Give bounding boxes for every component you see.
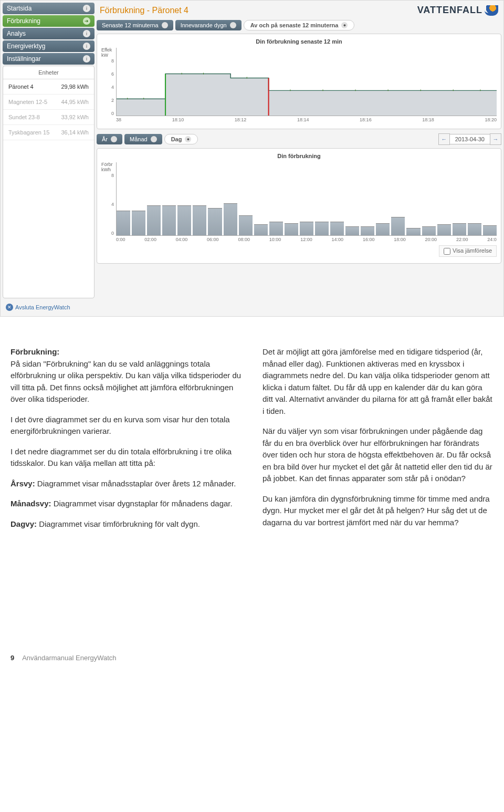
- xtick: 02:00: [144, 237, 156, 242]
- tab-label: Innevarande dygn: [181, 22, 227, 28]
- section-heading: Förbrukning:: [10, 347, 59, 356]
- units-panel: Enheter Päronet 429,98 kWh Magneten 12-5…: [3, 66, 94, 298]
- xtick: 12:00: [300, 237, 312, 242]
- para: När du väljer vyn som visar förbrukninge…: [262, 425, 494, 485]
- unit-row[interactable]: Päronet 429,98 kWh: [3, 79, 94, 95]
- exit-label: Avsluta EnergyWatch: [15, 304, 70, 310]
- document-body: Förbrukning: På sidan "Förbrukning" kan …: [0, 317, 504, 549]
- prev-button[interactable]: ←: [438, 133, 450, 145]
- bar: [117, 211, 130, 235]
- ytick: 6: [111, 71, 114, 77]
- sidebar: Startsidai Förbrukning➔ Analysi Energive…: [3, 3, 94, 314]
- ytick: 0: [111, 111, 114, 116]
- tab-label: Månad: [130, 136, 148, 142]
- unit-name: Sundet 23-8: [8, 114, 40, 120]
- time-tabs: Senaste 12 minuterna Innevarande dygn Av…: [97, 20, 501, 30]
- nav-label: Förbrukning: [7, 17, 40, 25]
- tab-label: År: [102, 136, 108, 142]
- bar: [406, 228, 420, 235]
- unit-value: 36,14 kWh: [61, 129, 89, 136]
- exit-link[interactable]: ✕Avsluta EnergyWatch: [3, 300, 94, 314]
- xtick: 22:00: [456, 237, 468, 242]
- ytick: 4: [111, 202, 114, 207]
- unit-value: 44,95 kWh: [61, 99, 89, 105]
- bar: [453, 223, 466, 235]
- nav-analysis[interactable]: Analysi: [3, 28, 94, 39]
- unit-name: Tyskbagaren 15: [8, 129, 49, 136]
- xtick: 08:00: [238, 237, 250, 242]
- page-number: 9: [10, 654, 14, 662]
- bar: [239, 215, 253, 235]
- unit-row[interactable]: Sundet 23-833,92 kWh: [3, 110, 94, 125]
- bar: [193, 205, 206, 235]
- bar: [437, 224, 451, 235]
- arrow-right-icon: ➔: [83, 17, 90, 25]
- compare-checkbox[interactable]: Visa jämförelse: [439, 245, 497, 257]
- chart-title: Din förbrukning: [101, 153, 497, 159]
- bottom-chart: Din förbrukning FörbrkWh 8 4 0 0:0002: [97, 148, 501, 264]
- tab-currentday[interactable]: Innevarande dygn: [175, 20, 242, 30]
- nav-label: Analys: [7, 30, 26, 37]
- bar: [269, 222, 283, 235]
- unit-name: Päronet 4: [8, 84, 34, 90]
- x-axis: 0:0002:0004:0006:0008:0010:0012:0014:001…: [101, 237, 497, 242]
- bar: [391, 217, 405, 235]
- para: På sidan "Förbrukning" kan du se vald an…: [10, 359, 241, 404]
- nav-settings[interactable]: Inställningari: [3, 53, 94, 65]
- indicator-icon: i: [83, 55, 90, 63]
- brand-logo: VATTENFALL: [417, 5, 498, 16]
- xtick: 18:14: [297, 117, 309, 122]
- nav-consumption[interactable]: Förbrukning➔: [3, 15, 94, 27]
- xtick: 18:18: [422, 117, 434, 122]
- y-axis-label: FörbrkWh: [101, 162, 116, 173]
- left-column: Förbrukning: På sidan "Förbrukning" kan …: [10, 346, 242, 538]
- tab-month[interactable]: Månad: [124, 134, 162, 144]
- nav-home[interactable]: Startsidai: [3, 3, 94, 14]
- xtick: 24:0: [487, 237, 497, 242]
- chevron-icon: [230, 22, 236, 28]
- ytick: 8: [111, 173, 114, 178]
- chevron-icon: ●: [185, 136, 191, 142]
- bar: [422, 226, 436, 235]
- chevron-icon: ●: [341, 22, 348, 28]
- indicator-icon: i: [83, 30, 90, 37]
- xtick: 14:00: [332, 237, 344, 242]
- date-field[interactable]: 2013-04-30: [450, 134, 490, 144]
- tab-onoff12min[interactable]: Av och på senaste 12 minuterna●: [244, 20, 355, 30]
- bar: [177, 205, 191, 235]
- xtick: 18:16: [360, 117, 372, 122]
- xtick: 06:00: [207, 237, 219, 242]
- para: I det nedre diagrammet ser du din totala…: [10, 446, 242, 470]
- next-button[interactable]: →: [490, 133, 501, 145]
- unit-row[interactable]: Magneten 12-544,95 kWh: [3, 95, 94, 110]
- bar: [376, 223, 390, 235]
- para: Diagrammet visar månadsstaplar över året…: [35, 479, 236, 488]
- ytick: 4: [111, 85, 114, 90]
- compare-input[interactable]: [444, 248, 450, 255]
- tab-day[interactable]: Dag●: [164, 134, 198, 144]
- nav-energytools[interactable]: Energiverktygi: [3, 40, 94, 52]
- plot-area: [116, 48, 497, 116]
- xtick: 18:12: [235, 117, 247, 122]
- brand-text: VATTENFALL: [417, 5, 482, 16]
- date-picker: ← 2013-04-30 →: [438, 133, 501, 145]
- tab-last12min[interactable]: Senaste 12 minuterna: [97, 20, 173, 30]
- chevron-icon: [151, 136, 157, 142]
- bar: [147, 205, 161, 235]
- ytick: 0: [111, 231, 114, 236]
- xtick: 18:00: [394, 237, 406, 242]
- footer-title: Användarmanual EnergyWatch: [22, 654, 116, 662]
- xtick: 20:00: [425, 237, 437, 242]
- bar: [330, 222, 344, 235]
- svg-marker-0: [117, 74, 497, 116]
- unit-row[interactable]: Tyskbagaren 1536,14 kWh: [3, 125, 94, 140]
- chevron-icon: [111, 136, 117, 142]
- close-icon: ✕: [6, 304, 13, 311]
- y-axis-label: EffekkW: [101, 48, 116, 58]
- bar: [300, 222, 313, 235]
- tab-label: Senaste 12 minuterna: [102, 22, 159, 28]
- xtick: 38: [116, 117, 121, 122]
- app-screenshot: Startsidai Förbrukning➔ Analysi Energive…: [0, 0, 504, 317]
- chart-title: Din förbrukning senaste 12 min: [101, 38, 497, 45]
- tab-year[interactable]: År: [97, 134, 122, 144]
